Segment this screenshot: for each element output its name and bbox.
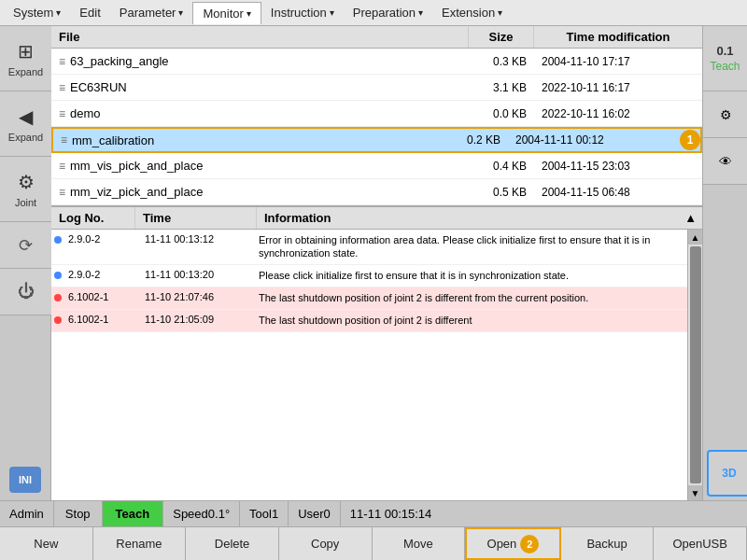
ini-button[interactable]: INI [9,467,41,493]
new-button[interactable]: New [0,527,93,560]
left-sidebar: ⊞ Expand ◀ Expand ⚙ Joint ⟳ ⏻ INI [0,26,51,500]
sidebar-spacer [0,315,50,459]
log-body: 2.9.0-2 11-11 00:13:12 Error in obtainin… [51,230,687,500]
scroll-down-button[interactable]: ▼ [688,485,703,500]
move-button[interactable]: Move [373,527,466,560]
joint-icon: ⚙ [18,171,35,193]
sidebar-power[interactable]: ⏻ [0,269,51,315]
copy-button[interactable]: Copy [279,527,373,560]
table-row[interactable]: ≡ EC63RUN 3.1 KB 2022-10-11 16:17 [51,75,702,101]
expand-icon: ⊞ [18,40,34,63]
table-row[interactable]: ≡ 63_packing_angle 0.3 KB 2004-11-10 17:… [51,49,702,75]
menu-system[interactable]: System ▾ [4,2,70,23]
time-col-header: Time modification [534,26,702,48]
log-row-error: 6.1002-1 11-10 21:05:09 The last shutdow… [51,310,687,332]
sidebar-c[interactable]: ⟳ [0,222,51,269]
center-content: File Size Time modification ≡ 63_packing… [51,26,702,500]
main-layout: ⊞ Expand ◀ Expand ⚙ Joint ⟳ ⏻ INI File S… [0,26,747,500]
scroll-up-button[interactable]: ▲ [688,230,703,245]
right-btn-3d[interactable]: 3D [707,450,747,497]
power-icon: ⏻ [18,282,35,301]
log-dot-red [54,316,62,324]
scrollbar[interactable]: ▲ ▼ [687,230,702,500]
chevron-down-icon: ▾ [498,7,502,18]
size-col-header: Size [469,26,534,48]
status-speed: Speed0.1° [163,501,240,526]
c-icon: ⟳ [19,235,33,256]
right-btn-2[interactable]: 👁 [703,138,747,185]
file-table: File Size Time modification ≡ 63_packing… [51,26,702,207]
sidebar-expand-2[interactable]: ◀ Expand [0,91,51,157]
log-row: 2.9.0-2 11-11 00:13:12 Error in obtainin… [51,230,687,265]
status-tool: Tool1 [240,501,289,526]
file-icon: ≡ [59,55,65,68]
file-table-header: File Size Time modification [51,26,702,49]
version-teach-box: 0.1 Teach [703,26,747,91]
status-user: User0 [289,501,341,526]
table-row[interactable]: ≡ mm_vis_pick_and_place 0.4 KB 2004-11-1… [51,153,702,179]
table-row[interactable]: ≡ demo 0.0 KB 2022-10-11 16:02 [51,101,702,127]
file-icon: ≡ [59,81,65,94]
log-dot-blue [54,272,62,279]
file-icon: ≡ [59,107,65,120]
table-row-selected[interactable]: ≡ mm_calibration 0.2 KB 2004-11-11 00:12… [51,127,702,153]
file-icon: ≡ [59,160,65,173]
collapse-icon: ◀ [19,105,33,128]
menu-bar: System ▾ Edit Parameter ▾ Monitor ▾ Inst… [0,0,747,26]
right-btn-1[interactable]: ⚙ [703,91,747,138]
chevron-down-icon: ▾ [330,7,334,18]
log-header: Log No. Time Information ▲ [51,207,702,230]
right-spacer [703,185,747,446]
log-dot-red [54,294,62,301]
openusb-button[interactable]: OpenUSB [654,527,747,560]
log-dot-blue [54,236,62,244]
chevron-down-icon: ▾ [56,7,61,18]
log-area: Log No. Time Information ▲ 2.9.0-2 11-11… [51,207,702,500]
chevron-down-icon: ▾ [247,8,251,19]
table-row[interactable]: ≡ mm_viz_pick_and_place 0.5 KB 2004-11-1… [51,179,702,205]
menu-preparation[interactable]: Preparation ▾ [344,2,432,23]
open-button[interactable]: Open 2 [465,527,561,560]
delete-button[interactable]: Delete [186,527,279,560]
scroll-thumb[interactable] [690,246,701,483]
status-admin: Admin [0,501,54,526]
menu-extension[interactable]: Extension ▾ [432,2,512,23]
file-icon: ≡ [61,133,67,147]
menu-instruction[interactable]: Instruction ▾ [261,2,344,23]
status-teach[interactable]: Teach [103,501,164,526]
file-col-header: File [51,26,469,48]
file-icon: ≡ [59,186,65,199]
sidebar-joint[interactable]: ⚙ Joint [0,157,51,222]
status-stop[interactable]: Stop [54,501,103,526]
status-time: 11-11 00:15:14 [341,501,747,526]
right-sidebar: 0.1 Teach ⚙ 👁 3D [702,26,747,500]
open-badge: 2 [520,535,539,553]
rename-button[interactable]: Rename [93,527,187,560]
log-row: 2.9.0-2 11-11 00:13:20 Please click init… [51,265,687,287]
menu-edit[interactable]: Edit [70,2,109,23]
sort-button[interactable]: ▲ [679,207,702,229]
menu-parameter[interactable]: Parameter ▾ [110,2,193,23]
sidebar-expand-1[interactable]: ⊞ Expand [0,26,51,91]
ini-button-container: INI [0,459,50,500]
chevron-down-icon: ▾ [178,7,183,18]
status-bar: Admin Stop Teach Speed0.1° Tool1 User0 1… [0,500,747,526]
menu-monitor[interactable]: Monitor ▾ [192,2,261,24]
log-row-error: 6.1002-1 11-10 21:07:46 The last shutdow… [51,287,687,310]
row-badge-1: 1 [680,130,700,150]
chevron-down-icon: ▾ [418,7,423,18]
backup-button[interactable]: Backup [561,527,655,560]
bottom-buttons: New Rename Delete Copy Move Open 2 Backu… [0,526,747,560]
